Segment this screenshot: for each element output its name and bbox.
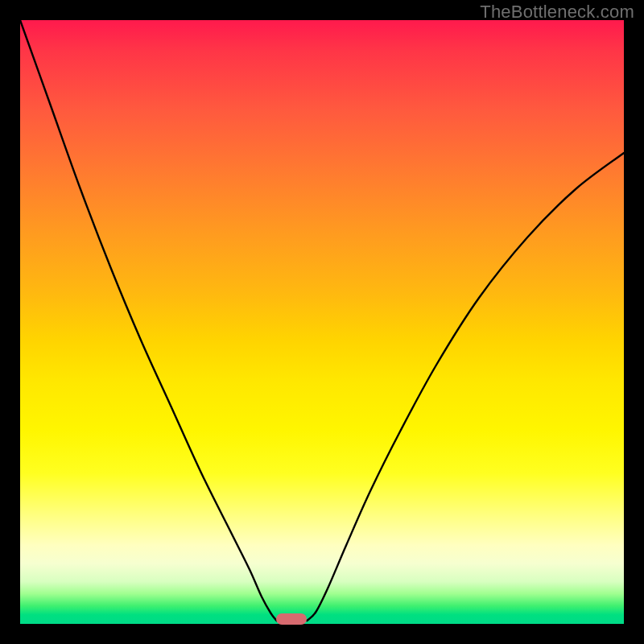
- bottleneck-marker: [276, 613, 307, 625]
- curve-left-branch: [20, 20, 277, 621]
- bottleneck-curve: [20, 20, 624, 624]
- plot-area: [20, 20, 624, 624]
- watermark-text: TheBottleneck.com: [480, 2, 634, 23]
- curve-right-branch: [307, 153, 624, 621]
